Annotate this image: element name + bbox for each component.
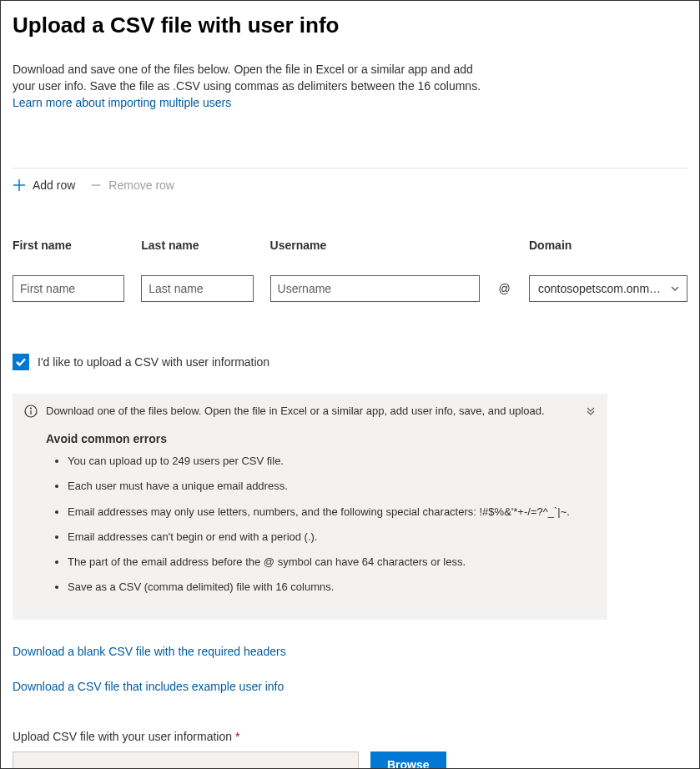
remove-row-button: Remove row	[90, 178, 174, 192]
error-item: The part of the email address before the…	[68, 555, 596, 570]
minus-icon	[90, 179, 102, 191]
error-item: Email addresses can't begin or end with …	[68, 530, 596, 545]
error-item: Each user must have a unique email addre…	[68, 479, 596, 494]
download-blank-csv-link[interactable]: Download a blank CSV file with the requi…	[13, 645, 687, 658]
remove-row-label: Remove row	[108, 178, 174, 192]
upload-csv-checkbox-label: I'd like to upload a CSV with user infor…	[38, 355, 269, 369]
error-item: You can upload up to 249 users per CSV f…	[68, 454, 596, 469]
required-indicator: *	[235, 730, 239, 743]
username-input[interactable]	[270, 275, 481, 302]
add-row-label: Add row	[33, 178, 75, 192]
last-name-label: Last name	[141, 239, 253, 252]
username-label: Username	[270, 239, 481, 252]
avoid-errors-title: Avoid common errors	[46, 432, 596, 445]
download-example-csv-link[interactable]: Download a CSV file that includes exampl…	[13, 680, 687, 693]
domain-select[interactable]: contosopetscom.onmic...	[529, 275, 687, 302]
svg-point-5	[31, 408, 32, 409]
domain-label: Domain	[529, 239, 687, 252]
page-title: Upload a CSV file with user info	[13, 13, 687, 38]
info-panel-text: Download one of the files below. Open th…	[46, 404, 545, 419]
last-name-input[interactable]	[141, 275, 253, 302]
file-path-display	[13, 751, 359, 769]
at-symbol: @	[496, 282, 512, 295]
check-icon	[15, 356, 27, 368]
info-panel: Download one of the files below. Open th…	[13, 394, 607, 620]
error-item: Email addresses may only use letters, nu…	[68, 505, 596, 520]
learn-more-link[interactable]: Learn more about importing multiple user…	[13, 96, 231, 109]
browse-button[interactable]: Browse	[370, 751, 446, 769]
first-name-label: First name	[13, 239, 124, 252]
error-item: Save as a CSV (comma delimited) file wit…	[68, 580, 596, 595]
info-icon	[24, 405, 38, 418]
domain-value: contosopetscom.onmic...	[538, 282, 663, 295]
upload-csv-checkbox[interactable]	[13, 354, 29, 370]
divider	[13, 168, 687, 168]
add-row-button[interactable]: Add row	[13, 178, 75, 192]
plus-icon	[13, 178, 26, 192]
first-name-input[interactable]	[13, 275, 124, 302]
collapse-icon[interactable]	[586, 405, 596, 415]
chevron-down-icon	[670, 284, 680, 294]
error-list: You can upload up to 249 users per CSV f…	[68, 454, 596, 595]
intro-text: Download and save one of the files below…	[13, 62, 496, 94]
upload-file-label: Upload CSV file with your user informati…	[13, 730, 687, 743]
